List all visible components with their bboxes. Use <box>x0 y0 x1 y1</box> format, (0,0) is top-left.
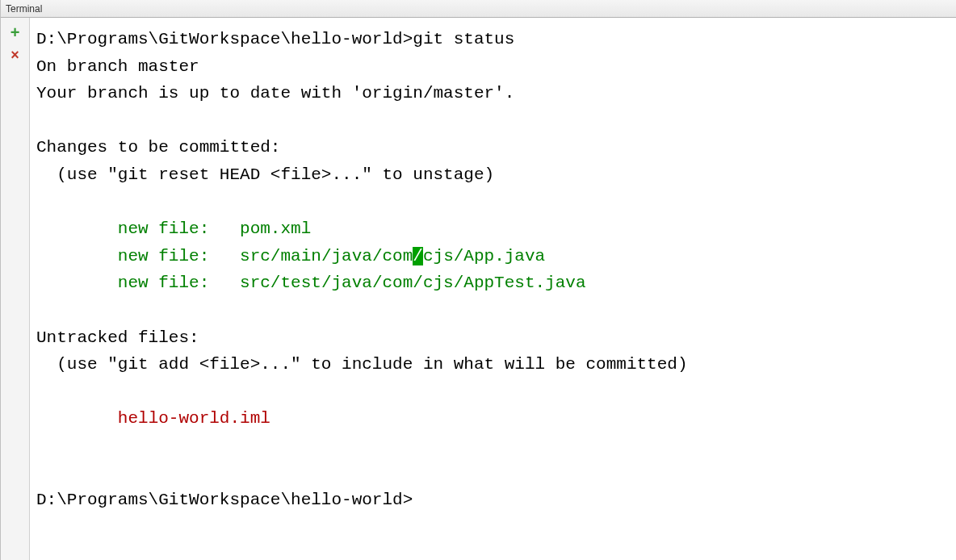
staged-file-part: src/main/java/com <box>240 247 413 265</box>
staged-file: pom.xml <box>240 219 311 238</box>
staged-indent <box>36 219 118 238</box>
terminal-sidebar: + × <box>1 18 30 560</box>
prompt-command: git status <box>413 30 514 48</box>
output-line: Your branch is up to date with 'origin/m… <box>36 84 514 102</box>
staged-file-part: cjs/App.java <box>423 247 545 265</box>
terminal-output[interactable]: D:\Programs\GitWorkspace\hello-world>git… <box>30 18 956 560</box>
staged-label: new file: <box>118 247 240 265</box>
output-line: (use "git add <file>..." to include in w… <box>36 355 688 374</box>
cursor-block: / <box>413 247 423 265</box>
output-line: On branch master <box>36 57 199 76</box>
add-session-icon[interactable]: + <box>7 24 23 40</box>
untracked-file: hello-world.iml <box>118 409 270 428</box>
staged-file: src/test/java/com/cjs/AppTest.java <box>240 274 585 292</box>
prompt-path: D:\Programs\GitWorkspace\hello-world> <box>36 30 413 48</box>
terminal-body: + × D:\Programs\GitWorkspace\hello-world… <box>1 18 956 560</box>
close-session-icon[interactable]: × <box>7 47 23 63</box>
untracked-indent <box>36 409 118 428</box>
staged-label: new file: <box>118 274 240 292</box>
staged-label: new file: <box>118 219 240 238</box>
output-line: Untracked files: <box>36 328 199 347</box>
staged-indent <box>36 247 118 265</box>
output-line: (use "git reset HEAD <file>..." to unsta… <box>36 165 494 184</box>
terminal-window: Terminal + × D:\Programs\GitWorkspace\he… <box>0 0 956 560</box>
output-line: Changes to be committed: <box>36 138 280 157</box>
terminal-title: Terminal <box>6 3 42 15</box>
prompt-path: D:\Programs\GitWorkspace\hello-world> <box>36 491 413 509</box>
terminal-header: Terminal <box>1 0 956 18</box>
staged-indent <box>36 274 118 292</box>
